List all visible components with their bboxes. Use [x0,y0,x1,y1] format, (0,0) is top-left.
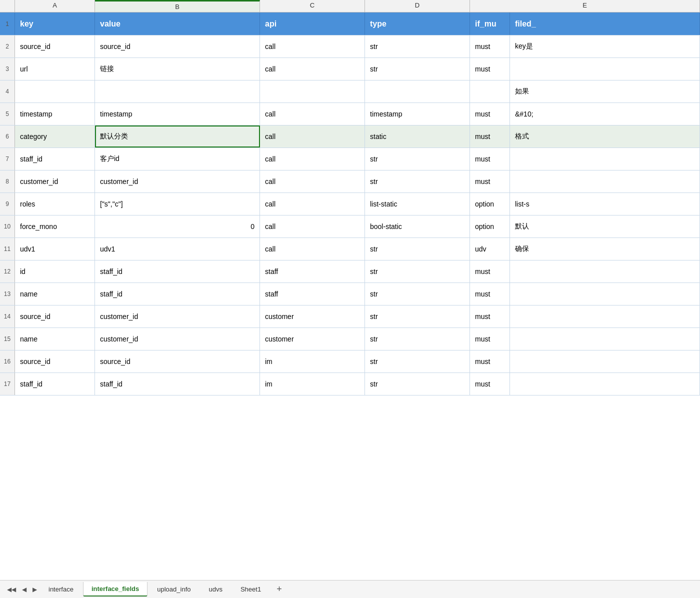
tab-nav-prev[interactable]: ◀ [19,584,30,595]
cell-filed[interactable]: &#10; [510,103,700,125]
cell-ifmu[interactable]: must [470,260,510,282]
cell-key[interactable]: category [15,126,95,148]
cell-api[interactable]: call [260,238,365,260]
cell-value[interactable]: customer_id [95,170,260,192]
cell-type[interactable]: list-static [365,193,470,215]
cell-ifmu[interactable]: must [470,148,510,170]
col-header-b[interactable]: B [95,0,260,12]
cell-api[interactable]: customer [260,328,365,350]
cell-key[interactable]: source_id [15,350,95,372]
cell-value[interactable]: ["s","c"] [95,193,260,215]
cell-value[interactable]: source_id [95,36,260,58]
cell-ifmu[interactable]: must [470,350,510,372]
tab-udvs[interactable]: udvs [200,582,230,596]
cell-api[interactable]: call [260,216,365,238]
header-cell-ifmu[interactable]: if_mu [470,12,510,35]
cell-value[interactable]: customer_id [95,328,260,350]
cell-api[interactable]: call [260,58,365,80]
cell-key[interactable]: url [15,58,95,80]
header-cell-value[interactable]: value [95,12,260,35]
cell-key[interactable]: customer_id [15,170,95,192]
tab-nav-first[interactable]: ◀◀ [4,584,19,595]
cell-filed[interactable] [510,58,700,80]
cell-key[interactable]: source_id [15,306,95,328]
cell-type[interactable]: str [365,170,470,192]
cell-filed[interactable]: 默认 [510,216,700,238]
cell-filed[interactable]: 格式 [510,126,700,148]
cell-key[interactable] [15,80,95,102]
cell-filed[interactable] [510,283,700,305]
cell-type[interactable]: timestamp [365,103,470,125]
cell-key[interactable]: source_id [15,36,95,58]
tab-nav-next[interactable]: ▶ [30,584,40,595]
tab-interface-fields[interactable]: interface_fields [83,582,148,596]
cell-type[interactable]: static [365,126,470,148]
cell-ifmu[interactable]: must [470,126,510,148]
cell-type[interactable]: str [365,350,470,372]
cell-value[interactable]: timestamp [95,103,260,125]
col-header-a[interactable]: A [15,0,95,12]
cell-type[interactable]: str [365,36,470,58]
cell-filed[interactable]: list-s [510,193,700,215]
cell-value[interactable]: source_id [95,350,260,372]
cell-ifmu[interactable]: must [470,36,510,58]
cell-api[interactable]: call [260,103,365,125]
cell-value[interactable]: udv1 [95,238,260,260]
cell-ifmu[interactable]: must [470,283,510,305]
add-sheet-button[interactable]: + [272,582,286,596]
cell-filed[interactable] [510,148,700,170]
cell-filed[interactable]: 确保 [510,238,700,260]
cell-value[interactable]: staff_id [95,283,260,305]
cell-key[interactable]: name [15,328,95,350]
cell-ifmu[interactable]: udv [470,238,510,260]
cell-value[interactable]: 链接 [95,58,260,80]
cell-ifmu[interactable] [470,80,510,102]
cell-key[interactable]: staff_id [15,148,95,170]
cell-type[interactable]: str [365,260,470,282]
cell-key[interactable]: timestamp [15,103,95,125]
cell-type[interactable]: str [365,238,470,260]
cell-filed[interactable] [510,373,700,395]
cell-filed[interactable]: key是 [510,36,700,58]
cell-api[interactable]: call [260,126,365,148]
cell-type[interactable] [365,80,470,102]
tab-upload-info[interactable]: upload_info [148,582,199,596]
cell-value[interactable]: customer_id [95,306,260,328]
cell-type[interactable]: str [365,306,470,328]
cell-type[interactable]: str [365,373,470,395]
cell-ifmu[interactable]: must [470,58,510,80]
cell-key[interactable]: id [15,260,95,282]
cell-value[interactable] [95,80,260,102]
cell-api[interactable]: call [260,193,365,215]
cell-type[interactable]: str [365,148,470,170]
tab-interface[interactable]: interface [40,582,82,596]
cell-ifmu[interactable]: must [470,103,510,125]
cell-value[interactable]: 0 [95,216,260,238]
cell-api[interactable]: im [260,373,365,395]
cell-ifmu[interactable]: option [470,193,510,215]
cell-value[interactable]: 默认分类 [95,126,260,148]
header-cell-key[interactable]: key [15,12,95,35]
cell-ifmu[interactable]: must [470,306,510,328]
cell-type[interactable]: str [365,328,470,350]
cell-key[interactable]: staff_id [15,373,95,395]
cell-filed[interactable] [510,328,700,350]
cell-api[interactable] [260,80,365,102]
cell-api[interactable]: staff [260,260,365,282]
col-header-e[interactable]: E [470,0,700,12]
header-cell-api[interactable]: api [260,12,365,35]
cell-key[interactable]: name [15,283,95,305]
cell-key[interactable]: udv1 [15,238,95,260]
cell-type[interactable]: bool-static [365,216,470,238]
cell-key[interactable]: roles [15,193,95,215]
cell-type[interactable]: str [365,283,470,305]
col-header-c[interactable]: C [260,0,365,12]
cell-type[interactable]: str [365,58,470,80]
header-cell-type[interactable]: type [365,12,470,35]
cell-filed[interactable] [510,170,700,192]
cell-ifmu[interactable]: must [470,373,510,395]
cell-filed[interactable] [510,306,700,328]
cell-value[interactable]: staff_id [95,260,260,282]
cell-filed[interactable]: 如果 [510,80,700,102]
header-cell-filed[interactable]: filed_ [510,12,700,35]
